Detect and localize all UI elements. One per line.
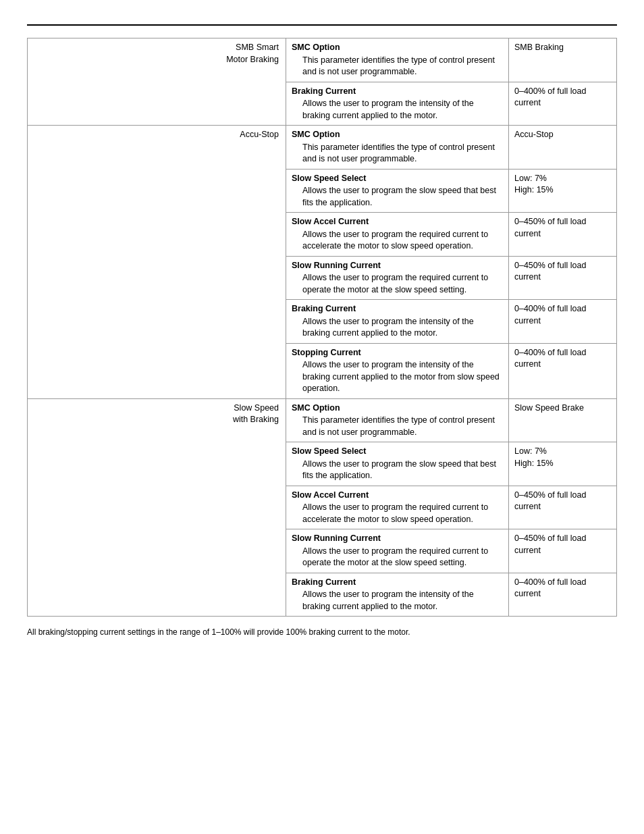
param-value: 0–450% of full load current	[509, 486, 617, 529]
param-title: Slow Accel Current	[292, 217, 369, 226]
param-cell: Slow Running CurrentAllows the user to p…	[286, 256, 509, 300]
param-value: Low: 7% High: 15%	[509, 442, 617, 486]
param-title: Stopping Current	[292, 348, 361, 357]
param-title: Slow Running Current	[292, 533, 381, 543]
param-cell: SMC OptionThis parameter identifies the …	[286, 398, 509, 442]
param-desc: Allows the user to program the required …	[292, 272, 503, 296]
param-desc: Allows the user to program the intensity…	[292, 98, 503, 122]
param-desc: Allows the user to program the required …	[292, 229, 503, 253]
param-value: 0–400% of full load current	[509, 82, 617, 126]
param-cell: SMC OptionThis parameter identifies the …	[286, 38, 509, 82]
param-value: 0–450% of full load current	[509, 256, 617, 300]
group-label: SMB Smart Motor Braking	[28, 38, 286, 126]
param-desc: Allows the user to program the intensity…	[292, 316, 503, 340]
param-cell: Slow Accel CurrentAllows the user to pro…	[286, 213, 509, 257]
param-cell: Braking CurrentAllows the user to progra…	[286, 82, 509, 126]
param-desc: Allows the user to program the intensity…	[292, 359, 503, 395]
param-cell: Slow Speed SelectAllows the user to prog…	[286, 442, 509, 486]
page-header	[27, 20, 617, 26]
param-title: Slow Accel Current	[292, 490, 369, 500]
group-label: Slow Speed with Braking	[28, 398, 286, 617]
param-title: Slow Speed Select	[292, 446, 366, 456]
param-value: 0–450% of full load current	[509, 213, 617, 257]
param-cell: SMC OptionThis parameter identifies the …	[286, 126, 509, 170]
footnote: All braking/stopping current settings in…	[27, 626, 500, 638]
param-value: 0–450% of full load current	[509, 529, 617, 573]
parameters-table: SMB Smart Motor BrakingSMC OptionThis pa…	[27, 38, 617, 617]
param-desc: This parameter identifies the type of co…	[292, 415, 503, 438]
param-value: 0–400% of full load current	[509, 300, 617, 344]
param-title: Braking Current	[292, 577, 356, 587]
param-cell: Braking CurrentAllows the user to progra…	[286, 300, 509, 344]
param-title: SMC Option	[292, 130, 340, 139]
param-desc: Allows the user to program the required …	[292, 502, 503, 525]
param-title: SMC Option	[292, 403, 340, 413]
param-title: Slow Running Current	[292, 261, 381, 270]
param-desc: This parameter identifies the type of co…	[292, 55, 503, 78]
param-cell: Slow Accel CurrentAllows the user to pro…	[286, 486, 509, 529]
param-title: Slow Speed Select	[292, 174, 366, 183]
param-desc: Allows the user to program the intensity…	[292, 589, 503, 613]
param-title: Braking Current	[292, 304, 356, 313]
param-cell: Slow Running CurrentAllows the user to p…	[286, 529, 509, 573]
param-value: 0–400% of full load current	[509, 343, 617, 398]
group-label: Accu-Stop	[28, 126, 286, 399]
param-cell: Slow Speed SelectAllows the user to prog…	[286, 169, 509, 213]
param-cell: Braking CurrentAllows the user to progra…	[286, 573, 509, 617]
param-desc: Allows the user to program the slow spee…	[292, 459, 503, 482]
param-cell: Stopping CurrentAllows the user to progr…	[286, 343, 509, 398]
param-value: Slow Speed Brake	[509, 398, 617, 442]
param-desc: Allows the user to program the slow spee…	[292, 185, 503, 209]
param-value: Accu-Stop	[509, 126, 617, 170]
param-value: 0–400% of full load current	[509, 573, 617, 617]
param-value: SMB Braking	[509, 38, 617, 82]
param-desc: This parameter identifies the type of co…	[292, 142, 503, 165]
param-title: Braking Current	[292, 86, 356, 96]
param-value: Low: 7% High: 15%	[509, 169, 617, 213]
param-desc: Allows the user to program the required …	[292, 546, 503, 569]
param-title: SMC Option	[292, 43, 340, 52]
